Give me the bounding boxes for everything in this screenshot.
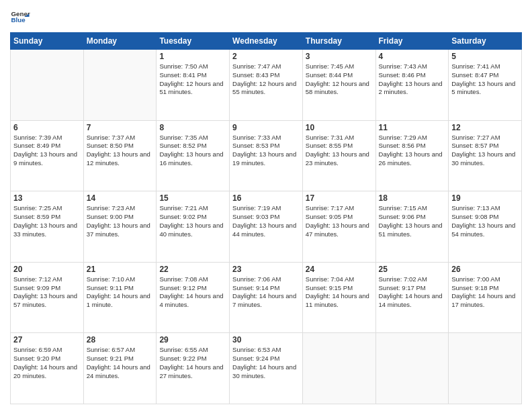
week-row-5: 27Sunrise: 6:59 AM Sunset: 9:20 PM Dayli… <box>11 333 522 404</box>
calendar-cell: 11Sunrise: 7:29 AM Sunset: 8:56 PM Dayli… <box>375 120 449 191</box>
cell-info: Sunrise: 7:25 AM Sunset: 8:59 PM Dayligh… <box>13 204 81 238</box>
cell-info: Sunrise: 7:27 AM Sunset: 8:57 PM Dayligh… <box>451 134 519 168</box>
cell-info: Sunrise: 7:06 AM Sunset: 9:14 PM Dayligh… <box>232 275 300 310</box>
day-number: 11 <box>379 123 446 132</box>
day-number: 19 <box>451 193 519 203</box>
day-number: 14 <box>87 193 154 203</box>
calendar-cell: 25Sunrise: 7:02 AM Sunset: 9:17 PM Dayli… <box>375 262 449 333</box>
day-number: 2 <box>232 52 300 61</box>
day-number: 9 <box>232 123 300 132</box>
page: General Blue SundayMondayTuesdayWednesda… <box>0 0 532 411</box>
calendar-cell: 10Sunrise: 7:31 AM Sunset: 8:55 PM Dayli… <box>302 120 375 191</box>
day-number: 8 <box>159 123 226 132</box>
calendar-cell: 16Sunrise: 7:19 AM Sunset: 9:03 PM Dayli… <box>230 191 303 263</box>
calendar-cell: 9Sunrise: 7:33 AM Sunset: 8:53 PM Daylig… <box>230 120 303 191</box>
cell-info: Sunrise: 7:19 AM Sunset: 9:03 PM Dayligh… <box>232 204 300 238</box>
cell-info: Sunrise: 6:55 AM Sunset: 9:22 PM Dayligh… <box>159 346 226 380</box>
calendar-cell: 29Sunrise: 6:55 AM Sunset: 9:22 PM Dayli… <box>157 333 230 404</box>
calendar-cell <box>11 50 84 121</box>
cell-info: Sunrise: 7:04 AM Sunset: 9:15 PM Dayligh… <box>306 275 373 310</box>
calendar-cell: 20Sunrise: 7:12 AM Sunset: 9:09 PM Dayli… <box>11 262 84 333</box>
cell-info: Sunrise: 7:43 AM Sunset: 8:46 PM Dayligh… <box>379 62 446 97</box>
day-number: 27 <box>13 335 81 345</box>
cell-info: Sunrise: 6:59 AM Sunset: 9:20 PM Dayligh… <box>13 346 81 380</box>
calendar-cell: 14Sunrise: 7:23 AM Sunset: 9:00 PM Dayli… <box>83 191 157 263</box>
weekday-header-monday: Monday <box>83 33 157 50</box>
cell-info: Sunrise: 7:37 AM Sunset: 8:50 PM Dayligh… <box>87 134 154 168</box>
day-number: 1 <box>159 52 226 61</box>
cell-info: Sunrise: 7:29 AM Sunset: 8:56 PM Dayligh… <box>379 134 446 168</box>
calendar-cell: 17Sunrise: 7:17 AM Sunset: 9:05 PM Dayli… <box>302 191 375 263</box>
calendar-cell <box>449 333 522 404</box>
week-row-4: 20Sunrise: 7:12 AM Sunset: 9:09 PM Dayli… <box>11 262 522 333</box>
calendar-cell: 24Sunrise: 7:04 AM Sunset: 9:15 PM Dayli… <box>302 262 375 333</box>
cell-info: Sunrise: 7:35 AM Sunset: 8:52 PM Dayligh… <box>159 134 226 168</box>
svg-text:Blue: Blue <box>11 16 26 24</box>
header: General Blue <box>10 7 522 27</box>
day-number: 12 <box>451 123 519 132</box>
cell-info: Sunrise: 7:13 AM Sunset: 9:08 PM Dayligh… <box>451 204 519 238</box>
day-number: 5 <box>451 52 519 61</box>
calendar-cell: 3Sunrise: 7:45 AM Sunset: 8:44 PM Daylig… <box>302 50 375 121</box>
day-number: 18 <box>379 193 446 203</box>
calendar-cell: 18Sunrise: 7:15 AM Sunset: 9:06 PM Dayli… <box>375 191 449 263</box>
calendar-cell <box>375 333 449 404</box>
day-number: 17 <box>306 193 373 203</box>
calendar-cell: 6Sunrise: 7:39 AM Sunset: 8:49 PM Daylig… <box>11 120 84 191</box>
logo: General Blue <box>10 7 30 27</box>
calendar-cell: 7Sunrise: 7:37 AM Sunset: 8:50 PM Daylig… <box>83 120 157 191</box>
cell-info: Sunrise: 6:53 AM Sunset: 9:24 PM Dayligh… <box>232 346 300 380</box>
day-number: 25 <box>379 265 446 274</box>
weekday-header-friday: Friday <box>375 33 449 50</box>
calendar-cell <box>83 50 157 121</box>
cell-info: Sunrise: 7:15 AM Sunset: 9:06 PM Dayligh… <box>379 204 446 238</box>
cell-info: Sunrise: 7:00 AM Sunset: 9:18 PM Dayligh… <box>451 275 519 310</box>
calendar-cell: 30Sunrise: 6:53 AM Sunset: 9:24 PM Dayli… <box>230 333 303 404</box>
day-number: 29 <box>159 335 226 345</box>
cell-info: Sunrise: 6:57 AM Sunset: 9:21 PM Dayligh… <box>87 346 154 380</box>
calendar-cell: 19Sunrise: 7:13 AM Sunset: 9:08 PM Dayli… <box>449 191 522 263</box>
day-number: 22 <box>159 265 226 274</box>
cell-info: Sunrise: 7:08 AM Sunset: 9:12 PM Dayligh… <box>159 275 226 310</box>
cell-info: Sunrise: 7:10 AM Sunset: 9:11 PM Dayligh… <box>87 275 154 310</box>
cell-info: Sunrise: 7:47 AM Sunset: 8:43 PM Dayligh… <box>232 62 300 97</box>
day-number: 30 <box>232 335 300 345</box>
calendar-cell: 5Sunrise: 7:41 AM Sunset: 8:47 PM Daylig… <box>449 50 522 121</box>
day-number: 3 <box>306 52 373 61</box>
weekday-header-saturday: Saturday <box>449 33 522 50</box>
calendar-cell: 21Sunrise: 7:10 AM Sunset: 9:11 PM Dayli… <box>83 262 157 333</box>
logo-icon: General Blue <box>10 7 30 27</box>
calendar-cell: 1Sunrise: 7:50 AM Sunset: 8:41 PM Daylig… <box>157 50 230 121</box>
cell-info: Sunrise: 7:41 AM Sunset: 8:47 PM Dayligh… <box>451 62 519 97</box>
day-number: 24 <box>306 265 373 274</box>
day-number: 20 <box>13 265 81 274</box>
week-row-3: 13Sunrise: 7:25 AM Sunset: 8:59 PM Dayli… <box>11 191 522 263</box>
cell-info: Sunrise: 7:12 AM Sunset: 9:09 PM Dayligh… <box>13 275 81 310</box>
weekday-header-tuesday: Tuesday <box>157 33 230 50</box>
day-number: 7 <box>87 123 154 132</box>
calendar-cell: 28Sunrise: 6:57 AM Sunset: 9:21 PM Dayli… <box>83 333 157 404</box>
calendar-cell: 27Sunrise: 6:59 AM Sunset: 9:20 PM Dayli… <box>11 333 84 404</box>
calendar-cell: 13Sunrise: 7:25 AM Sunset: 8:59 PM Dayli… <box>11 191 84 263</box>
day-number: 26 <box>451 265 519 274</box>
day-number: 13 <box>13 193 81 203</box>
day-number: 4 <box>379 52 446 61</box>
day-number: 10 <box>306 123 373 132</box>
day-number: 28 <box>87 335 154 345</box>
calendar-cell: 4Sunrise: 7:43 AM Sunset: 8:46 PM Daylig… <box>375 50 449 121</box>
weekday-header-row: SundayMondayTuesdayWednesdayThursdayFrid… <box>11 33 522 50</box>
week-row-1: 1Sunrise: 7:50 AM Sunset: 8:41 PM Daylig… <box>11 50 522 121</box>
cell-info: Sunrise: 7:39 AM Sunset: 8:49 PM Dayligh… <box>13 134 81 168</box>
cell-info: Sunrise: 7:31 AM Sunset: 8:55 PM Dayligh… <box>306 134 373 168</box>
day-number: 21 <box>87 265 154 274</box>
cell-info: Sunrise: 7:17 AM Sunset: 9:05 PM Dayligh… <box>306 204 373 238</box>
calendar-cell: 23Sunrise: 7:06 AM Sunset: 9:14 PM Dayli… <box>230 262 303 333</box>
day-number: 16 <box>232 193 300 203</box>
weekday-header-wednesday: Wednesday <box>230 33 303 50</box>
calendar-cell: 2Sunrise: 7:47 AM Sunset: 8:43 PM Daylig… <box>230 50 303 121</box>
calendar-cell <box>302 333 375 404</box>
calendar-cell: 26Sunrise: 7:00 AM Sunset: 9:18 PM Dayli… <box>449 262 522 333</box>
cell-info: Sunrise: 7:02 AM Sunset: 9:17 PM Dayligh… <box>379 275 446 310</box>
cell-info: Sunrise: 7:33 AM Sunset: 8:53 PM Dayligh… <box>232 134 300 168</box>
weekday-header-thursday: Thursday <box>302 33 375 50</box>
